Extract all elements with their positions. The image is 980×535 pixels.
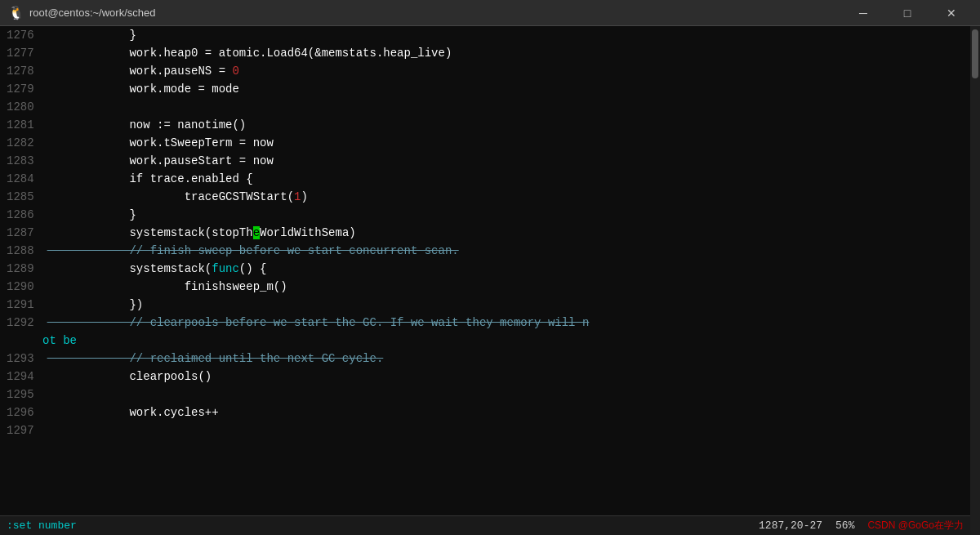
line-content: clearpools() <box>47 368 970 386</box>
line-number: 1283 <box>0 152 47 170</box>
cursor-position: 1287,20-27 <box>759 519 822 532</box>
line-number: 1297 <box>0 421 47 439</box>
line-content: // finish sweep before we start concurre… <box>47 242 970 260</box>
line-number: 1295 <box>0 386 47 403</box>
vim-command: :set number <box>7 519 77 532</box>
minimize-button[interactable]: ─ <box>844 0 882 26</box>
code-token: }) <box>47 298 144 311</box>
code-token: work.pauseNS = <box>47 65 233 78</box>
line-content: if trace.enabled { <box>47 170 970 188</box>
comment-token: // finish sweep before we start concurre… <box>47 244 459 257</box>
line-content: work.pauseStart = now <box>47 152 970 170</box>
line-content: work.cycles++ <box>47 403 970 421</box>
code-token: } <box>47 29 136 42</box>
line-number: 1279 <box>0 80 47 98</box>
line-number: 1285 <box>0 188 47 206</box>
scroll-percent: 56% <box>835 519 854 532</box>
line-number: 1296 <box>0 403 47 421</box>
scrollbar[interactable] <box>970 26 980 535</box>
code-container[interactable]: 1276 }1277 work.heap0 = atomic.Load64(&m… <box>0 26 970 535</box>
line-content: systemstack(func() { <box>47 260 970 278</box>
code-line: 1292 // clearpools before we start the G… <box>0 314 970 332</box>
line-number: 1292 <box>0 314 47 332</box>
code-line: 1282 work.tSweepTerm = now <box>0 134 970 152</box>
line-number: 1289 <box>0 260 47 278</box>
code-token: work.mode = mode <box>47 82 239 96</box>
line-content: }) <box>47 296 970 314</box>
code-token: work.pauseStart = now <box>47 154 274 167</box>
code-token: () { <box>239 262 267 275</box>
line-content: } <box>47 206 970 224</box>
status-right: 1287,20-27 56% CSDN @GoGo在学力 <box>759 519 964 533</box>
code-token: clearpools() <box>47 370 212 383</box>
code-line: 1285 traceGCSTWStart(1) <box>0 188 970 206</box>
line-number: 1281 <box>0 116 47 134</box>
status-bar: :set number 1287,20-27 56% CSDN @GoGo在学力 <box>0 515 970 535</box>
watermark: CSDN @GoGo在学力 <box>867 519 964 533</box>
code-line: 1281 now := nanotime() <box>0 116 970 134</box>
close-button[interactable]: ✕ <box>933 0 970 26</box>
line-content <box>47 421 970 439</box>
code-line: 1290 finishsweep_m() <box>0 278 970 296</box>
code-token: ) <box>301 190 307 203</box>
code-token: finishsweep_m() <box>47 280 287 293</box>
code-line: ot be <box>0 332 970 350</box>
line-number: 1294 <box>0 368 47 386</box>
line-number <box>0 332 42 350</box>
code-line: 1288 // finish sweep before we start con… <box>0 242 970 260</box>
code-line: 1291 }) <box>0 296 970 314</box>
code-line: 1294 clearpools() <box>0 368 970 386</box>
editor-area: 1276 }1277 work.heap0 = atomic.Load64(&m… <box>0 26 980 535</box>
line-number: 1293 <box>0 350 47 368</box>
line-number: 1280 <box>0 98 47 116</box>
line-content: work.tSweepTerm = now <box>47 134 970 152</box>
line-content: // clearpools before we start the GC. If… <box>47 314 970 332</box>
line-number: 1288 <box>0 242 47 260</box>
code-line: 1293 // reclaimed until the next GC cycl… <box>0 350 970 368</box>
line-number: 1276 <box>0 26 47 44</box>
maximize-button[interactable]: □ <box>889 0 926 26</box>
line-content: } <box>47 26 970 44</box>
code-token: WorldWithSema) <box>260 226 356 239</box>
line-content: traceGCSTWStart(1) <box>47 188 970 206</box>
title-bar-left: 🐧 root@centos:~/work/sched <box>10 7 155 20</box>
cursor: e <box>253 226 260 239</box>
line-number: 1284 <box>0 170 47 188</box>
terminal-icon: 🐧 <box>10 7 23 20</box>
code-token: work.cycles++ <box>47 406 219 419</box>
line-content: now := nanotime() <box>47 116 970 134</box>
number-token: 0 <box>232 65 238 78</box>
title-bar: 🐧 root@centos:~/work/sched ─ □ ✕ <box>0 0 980 26</box>
line-number: 1282 <box>0 134 47 152</box>
line-content <box>47 98 970 116</box>
line-number: 1277 <box>0 44 47 62</box>
line-content <box>47 386 970 403</box>
scrollbar-thumb[interactable] <box>972 29 978 78</box>
line-content: work.heap0 = atomic.Load64(&memstats.hea… <box>47 44 970 62</box>
line-content: work.pauseNS = 0 <box>47 62 970 80</box>
line-number: 1290 <box>0 278 47 296</box>
line-content: work.mode = mode <box>47 80 970 98</box>
line-content: ot be <box>42 332 970 350</box>
comment-token: // clearpools before we start the GC. If… <box>47 316 590 329</box>
code-token: traceGCSTWStart( <box>47 190 294 203</box>
line-number: 1291 <box>0 296 47 314</box>
code-token: systemstack(stopTh <box>47 226 253 239</box>
line-number: 1278 <box>0 62 47 80</box>
code-token: work.heap0 = atomic.Load64(&memstats.hea… <box>47 47 452 60</box>
code-token: if trace.enabled { <box>47 172 253 185</box>
code-token: systemstack( <box>47 262 212 275</box>
code-line: 1296 work.cycles++ <box>0 403 970 421</box>
window-title: root@centos:~/work/sched <box>29 7 155 19</box>
code-line: 1276 } <box>0 26 970 44</box>
comment-token: // reclaimed until the next GC cycle. <box>47 352 384 365</box>
code-line: 1286 } <box>0 206 970 224</box>
code-line: 1280 <box>0 98 970 116</box>
code-token: } <box>47 208 136 221</box>
window-controls[interactable]: ─ □ ✕ <box>844 0 970 26</box>
code-line: 1289 systemstack(func() { <box>0 260 970 278</box>
line-number: 1286 <box>0 206 47 224</box>
code-line: 1277 work.heap0 = atomic.Load64(&memstat… <box>0 44 970 62</box>
keyword-token: func <box>212 262 239 275</box>
code-token: work.tSweepTerm = now <box>47 136 274 149</box>
